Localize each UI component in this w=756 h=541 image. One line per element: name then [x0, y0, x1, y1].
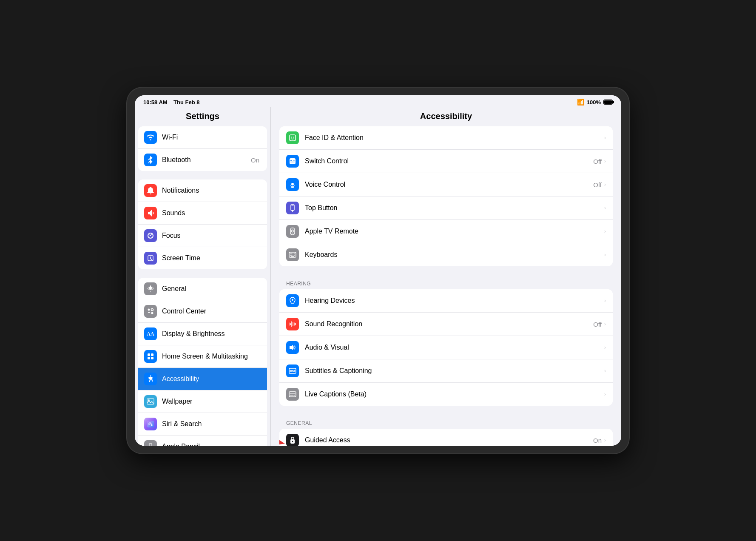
screentime-icon: [144, 252, 157, 265]
svg-rect-21: [290, 135, 296, 141]
live-captions-label: Live Captions (Beta): [305, 390, 604, 398]
display-icon: AA: [144, 327, 157, 340]
wallpaper-icon: [144, 395, 157, 408]
ipad-frame: 10:58 AM Thu Feb 8 📶 100% Settings: [127, 88, 629, 453]
sidebar-group-connectivity: Wi-Fi Bluetooth On: [138, 126, 267, 171]
keyboards-icon: [286, 248, 299, 261]
right-item-switch-control[interactable]: Switch Control Off ›: [279, 150, 613, 173]
face-id-attention-icon: [286, 131, 299, 144]
svg-rect-27: [293, 160, 295, 161]
bluetooth-icon: [144, 154, 157, 166]
wifi-icon: [144, 131, 157, 144]
top-button-label: Top Button: [305, 204, 604, 212]
sound-recognition-chevron: ›: [604, 321, 606, 327]
svg-rect-24: [290, 158, 296, 164]
guided-access-chevron: ›: [604, 437, 606, 443]
status-right: 📶 100%: [577, 99, 613, 105]
sidebar-item-notifications[interactable]: Notifications: [138, 179, 267, 202]
siri-icon: [144, 418, 157, 430]
sidebar-item-screentime[interactable]: Screen Time: [138, 247, 267, 269]
sidebar-item-wallpaper[interactable]: Wallpaper: [138, 390, 267, 413]
homescreen-label: Home Screen & Multitasking: [162, 353, 261, 360]
right-item-keyboards[interactable]: Keyboards ›: [279, 243, 613, 266]
main-content: Settings Wi-Fi: [135, 107, 621, 446]
accessibility-icon: [144, 373, 157, 385]
svg-rect-49: [289, 368, 296, 373]
siri-label: Siri & Search: [162, 420, 261, 428]
sidebar-item-applepencil[interactable]: Apple Pencil: [138, 436, 267, 446]
sound-recognition-value: Off: [593, 321, 602, 328]
sidebar-item-sounds[interactable]: Sounds: [138, 202, 267, 225]
right-item-top-button[interactable]: Top Button ›: [279, 196, 613, 220]
guided-access-icon: [286, 434, 299, 446]
svg-point-3: [151, 309, 153, 311]
battery-fill: [604, 100, 612, 104]
focus-label: Focus: [162, 232, 261, 239]
face-id-attention-label: Face ID & Attention: [305, 134, 604, 142]
battery-body: [603, 100, 613, 105]
svg-rect-14: [149, 443, 152, 446]
sidebar-item-display[interactable]: AA Display & Brightness: [138, 323, 267, 345]
right-item-audio-visual[interactable]: Audio & Visual ›: [279, 336, 613, 359]
apple-tv-remote-icon: [286, 225, 299, 238]
general-group: Guided Access On › Accessibili: [279, 429, 613, 446]
right-item-voice-control[interactable]: Voice Control Off ›: [279, 173, 613, 196]
svg-point-60: [292, 441, 293, 442]
right-item-face-id-attention[interactable]: Face ID & Attention ›: [279, 126, 613, 150]
sidebar-group-settings: General Control Cent: [138, 278, 267, 446]
sidebar-item-controlcenter[interactable]: Control Center: [138, 300, 267, 323]
sidebar-item-focus[interactable]: Focus: [138, 225, 267, 247]
apple-tv-remote-label: Apple TV Remote: [305, 228, 604, 235]
switch-control-label: Switch Control: [305, 157, 593, 165]
right-item-sound-recognition[interactable]: Sound Recognition Off ›: [279, 313, 613, 336]
voice-control-label: Voice Control: [305, 181, 593, 188]
status-bar: 10:58 AM Thu Feb 8 📶 100%: [135, 95, 621, 107]
svg-rect-54: [289, 392, 296, 397]
switch-control-value: Off: [593, 158, 602, 165]
wifi-status-icon: 📶: [577, 99, 584, 105]
battery-percent: 100%: [587, 99, 601, 105]
top-partial-group: Face ID & Attention ›: [279, 126, 613, 266]
status-time: 10:58 AM: [143, 99, 168, 105]
switch-control-chevron: ›: [604, 158, 606, 164]
right-item-guided-access[interactable]: Guided Access On ›: [279, 429, 613, 446]
accessibility-label: Accessibility: [162, 375, 261, 383]
right-item-apple-tv-remote[interactable]: Apple TV Remote ›: [279, 220, 613, 243]
right-item-subtitles[interactable]: Subtitles & Captioning ›: [279, 359, 613, 383]
right-panel[interactable]: Accessibility: [271, 107, 621, 446]
svg-rect-6: [148, 353, 150, 356]
bluetooth-value: On: [251, 157, 259, 164]
sidebar-item-general[interactable]: General: [138, 278, 267, 300]
voice-control-icon: [286, 178, 299, 191]
svg-point-48: [292, 299, 293, 301]
svg-point-28: [291, 183, 294, 185]
audio-visual-chevron: ›: [604, 345, 606, 350]
subtitles-chevron: ›: [604, 368, 606, 374]
svg-point-10: [150, 376, 151, 377]
sounds-icon: [144, 207, 157, 219]
sidebar-item-siri[interactable]: Siri & Search: [138, 413, 267, 436]
notifications-label: Notifications: [162, 187, 261, 194]
hearing-group: Hearing Devices › Sound Recognition: [279, 289, 613, 406]
wallpaper-label: Wallpaper: [162, 398, 261, 405]
apple-tv-remote-chevron: ›: [604, 228, 606, 234]
sound-recognition-icon: [286, 318, 299, 330]
status-date: Thu Feb 8: [173, 99, 199, 105]
svg-point-57: [294, 395, 295, 396]
focus-icon: [144, 229, 157, 242]
controlcenter-label: Control Center: [162, 308, 261, 315]
sidebar-scroll[interactable]: Wi-Fi Bluetooth On: [135, 126, 270, 446]
status-time-date: 10:58 AM Thu Feb 8: [143, 99, 199, 105]
right-item-live-captions[interactable]: Live Captions (Beta) ›: [279, 383, 613, 406]
sidebar: Settings Wi-Fi: [135, 107, 271, 446]
sidebar-item-bluetooth[interactable]: Bluetooth On: [138, 149, 267, 171]
right-item-hearing-devices[interactable]: Hearing Devices ›: [279, 289, 613, 313]
sidebar-item-wifi[interactable]: Wi-Fi: [138, 126, 267, 149]
voice-control-chevron: ›: [604, 182, 606, 188]
switch-control-icon: [286, 155, 299, 168]
controlcenter-icon: [144, 305, 157, 318]
sounds-label: Sounds: [162, 209, 261, 217]
sidebar-item-homescreen[interactable]: Home Screen & Multitasking: [138, 345, 267, 368]
sidebar-item-accessibility[interactable]: Accessibility: [138, 368, 267, 390]
screentime-label: Screen Time: [162, 254, 261, 262]
